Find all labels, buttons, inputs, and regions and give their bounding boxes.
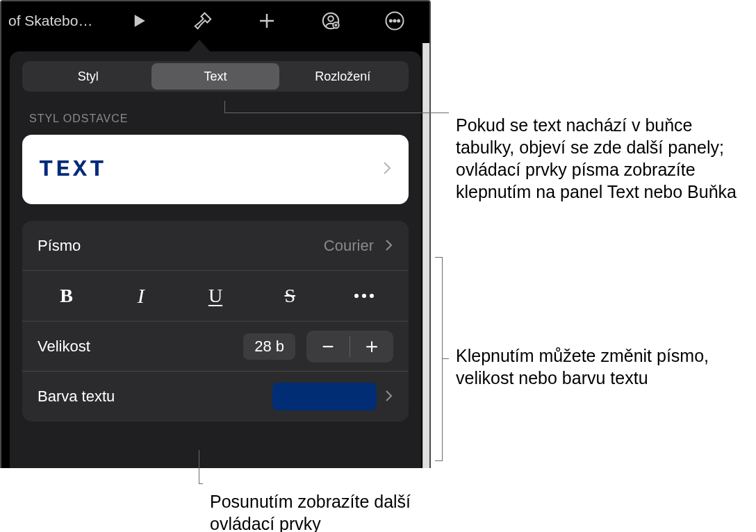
- format-popover: Styl Text Rozložení STYL ODSTAVCE TEXT P…: [10, 51, 421, 468]
- chevron-right-icon: [382, 160, 392, 179]
- svg-point-4: [390, 20, 392, 22]
- device-frame: of Skatebo… Styl Text Rozložení: [0, 0, 431, 468]
- size-row: Velikost 28 b − ＋: [22, 322, 409, 372]
- text-style-buttons: B I U S: [22, 271, 409, 322]
- more-styles-button[interactable]: [327, 271, 402, 321]
- callout-text: Posunutím zobrazíte další ovládací prvky: [210, 490, 460, 532]
- play-icon[interactable]: [120, 1, 158, 40]
- paragraph-style-name: TEXT: [39, 156, 382, 183]
- toolbar-icons: [107, 1, 427, 40]
- leader-line: [224, 113, 449, 113]
- leader-line: [435, 257, 442, 258]
- size-label: Velikost: [38, 338, 243, 356]
- more-icon: [354, 294, 374, 298]
- svg-point-5: [394, 20, 396, 22]
- document-title: of Skatebo…: [4, 13, 101, 29]
- size-stepper: − ＋: [306, 331, 393, 363]
- text-color-row[interactable]: Barva textu: [22, 372, 409, 422]
- more-menu-icon[interactable]: [376, 1, 414, 40]
- leader-line: [442, 257, 443, 461]
- section-label: STYL ODSTAVCE: [29, 113, 409, 125]
- svg-point-1: [328, 16, 334, 22]
- leader-line: [199, 450, 199, 483]
- text-color-label: Barva textu: [38, 388, 272, 406]
- strikethrough-button[interactable]: S: [253, 271, 327, 321]
- tab-text[interactable]: Text: [151, 63, 279, 90]
- font-label: Písmo: [38, 237, 81, 255]
- callout-text: Klepnutím můžete změnit písmo, velikost …: [456, 344, 748, 389]
- size-decrease-button[interactable]: −: [306, 331, 350, 363]
- underline-button[interactable]: U: [178, 271, 252, 321]
- collaborate-icon[interactable]: [312, 1, 350, 40]
- format-brush-icon[interactable]: [184, 1, 222, 40]
- chevron-right-icon: [385, 387, 393, 406]
- bold-button[interactable]: B: [29, 271, 104, 321]
- top-toolbar: of Skatebo…: [1, 1, 429, 40]
- add-icon[interactable]: [248, 1, 286, 40]
- leader-line: [199, 483, 203, 484]
- leader-line: [442, 358, 449, 359]
- size-value[interactable]: 28 b: [243, 333, 295, 360]
- font-value: Courier: [81, 237, 374, 255]
- size-increase-button[interactable]: ＋: [350, 331, 393, 363]
- font-panel: Písmo Courier B I U S Velikost 28 b −: [22, 221, 409, 422]
- leader-line: [224, 101, 225, 113]
- font-row[interactable]: Písmo Courier: [22, 221, 409, 271]
- tab-layout[interactable]: Rozložení: [279, 63, 406, 90]
- panel-tabs: Styl Text Rozložení: [22, 61, 409, 92]
- svg-point-6: [397, 20, 400, 22]
- chevron-right-icon: [385, 236, 393, 256]
- italic-button[interactable]: I: [104, 271, 178, 321]
- scrollbar[interactable]: [422, 43, 429, 468]
- popover-arrow-icon: [188, 40, 211, 52]
- tab-style[interactable]: Styl: [24, 63, 151, 90]
- leader-line: [435, 460, 442, 461]
- color-swatch[interactable]: [272, 383, 377, 410]
- callout-text: Pokud se text nachází v buňce tabulky, o…: [456, 114, 748, 203]
- paragraph-style-row[interactable]: TEXT: [22, 135, 409, 204]
